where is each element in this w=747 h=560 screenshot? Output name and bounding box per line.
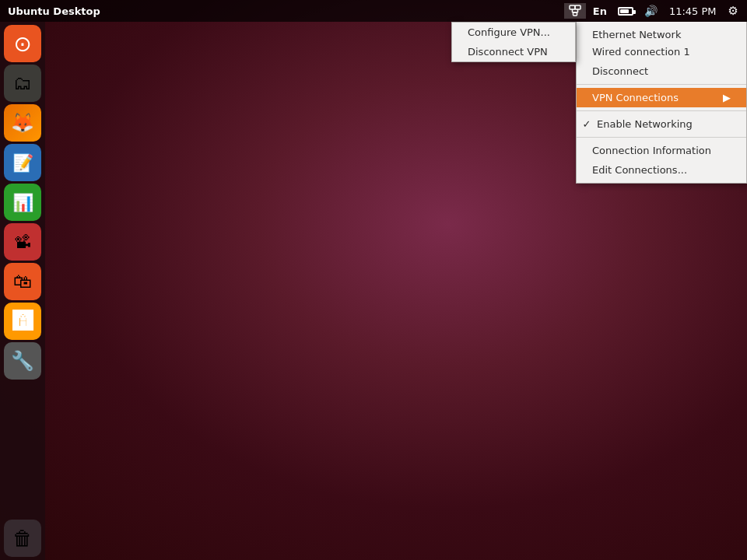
launcher [0, 22, 45, 560]
wired-connection-item[interactable]: Wired connection 1 [577, 42, 746, 61]
launcher-icon-impress[interactable] [4, 223, 41, 261]
clock[interactable]: 11:45 PM [665, 4, 721, 19]
launcher-icon-files[interactable] [4, 65, 41, 102]
launcher-icon-ubuntu[interactable] [4, 25, 41, 62]
disconnect-item[interactable]: Disconnect [577, 61, 746, 81]
panel-right-icons: En 🔊 11:45 PM ⚙ [564, 2, 747, 19]
connection-information-item[interactable]: Connection Information [577, 141, 746, 160]
launcher-icon-calc[interactable] [4, 184, 41, 221]
desktop: Ubuntu Desktop En [0, 0, 747, 560]
launcher-icon-amazon[interactable] [4, 303, 41, 340]
battery-icon [618, 7, 633, 16]
launcher-icon-trash[interactable] [4, 520, 41, 557]
vpn-connections-item[interactable]: VPN Connections ▶ [577, 88, 746, 107]
svg-rect-0 [570, 5, 575, 9]
networking-section: ✓ Enable Networking [577, 111, 746, 138]
settings-indicator[interactable]: ⚙ [724, 2, 742, 19]
ethernet-section: Ethernet Network Wired connection 1 Disc… [577, 22, 746, 85]
network-dropdown-menu: Ethernet Network Wired connection 1 Disc… [576, 22, 747, 184]
edit-connections-item[interactable]: Edit Connections... [577, 160, 746, 180]
disconnect-vpn-item[interactable]: Disconnect VPN [452, 42, 575, 61]
launcher-icon-tools[interactable] [4, 342, 41, 380]
launcher-icon-firefox[interactable] [4, 104, 41, 142]
submenu-arrow-icon: ▶ [723, 92, 731, 103]
launcher-icon-appstore[interactable] [4, 263, 41, 300]
vpn-submenu: Configure VPN... Disconnect VPN [451, 22, 576, 62]
keyboard-layout-indicator[interactable]: En [589, 4, 611, 19]
ethernet-header: Ethernet Network [577, 25, 746, 42]
connection-management-section: Connection Information Edit Connections.… [577, 138, 746, 183]
keyboard-label: En [593, 5, 607, 17]
network-indicator[interactable] [564, 3, 586, 19]
svg-rect-1 [575, 5, 580, 9]
configure-vpn-item[interactable]: Configure VPN... [452, 23, 575, 42]
launcher-icon-writer[interactable] [4, 144, 41, 181]
check-icon: ✓ [581, 118, 592, 130]
vpn-section: VPN Connections ▶ [577, 85, 746, 111]
panel-title: Ubuntu Desktop [0, 5, 564, 17]
top-panel: Ubuntu Desktop En [0, 0, 747, 22]
volume-indicator[interactable]: 🔊 [640, 3, 661, 19]
svg-rect-5 [573, 12, 577, 16]
battery-indicator[interactable] [614, 5, 637, 17]
enable-networking-item[interactable]: ✓ Enable Networking [577, 114, 746, 134]
